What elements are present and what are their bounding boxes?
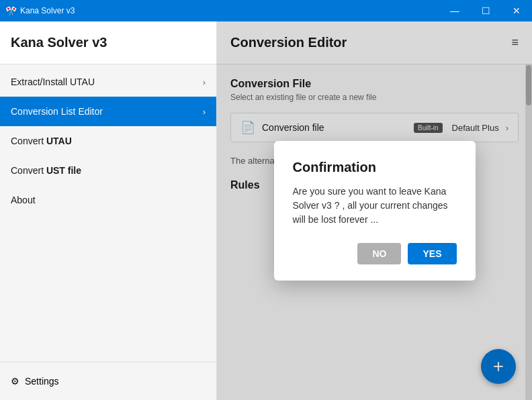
sidebar-header: Kana Solver v3 — [0, 21, 216, 64]
sidebar-item-extract-install[interactable]: Extract/Install UTAU › — [0, 67, 216, 97]
main-content: Conversion Editor ≡ Conversion File Sele… — [217, 21, 532, 400]
close-button[interactable]: ✕ — [501, 0, 532, 21]
app-icon: 🎌 — [5, 5, 16, 16]
yes-button[interactable]: YES — [408, 243, 456, 264]
gear-icon: ⚙ — [11, 376, 19, 387]
modal-body: Are you sure you want to leave Kana Solv… — [293, 185, 457, 227]
chevron-icon-extract: › — [203, 77, 206, 87]
ust-bold: UST file — [46, 165, 81, 176]
sidebar-bottom: ⚙ Settings — [0, 362, 216, 400]
sidebar: Kana Solver v3 Extract/Install UTAU › Co… — [0, 21, 217, 400]
title-bar-left: 🎌 Kana Solver v3 — [5, 5, 75, 16]
nav-label-convert-utau: Convert UTAU — [11, 136, 72, 146]
app-container: Kana Solver v3 Extract/Install UTAU › Co… — [0, 21, 532, 400]
nav-label-extract: Extract/Install UTAU — [11, 77, 95, 87]
settings-item[interactable]: ⚙ Settings — [11, 370, 206, 392]
no-button[interactable]: NO — [357, 243, 401, 264]
utau-bold: UTAU — [46, 136, 72, 146]
title-bar-controls: — ☐ ✕ — [439, 0, 532, 21]
modal-actions: NO YES — [293, 243, 457, 264]
modal-title: Confirmation — [293, 160, 457, 175]
nav-label-about: About — [11, 195, 36, 205]
nav-label-conversion: Conversion List Editor — [11, 106, 103, 117]
minimize-button[interactable]: — — [439, 0, 470, 21]
sidebar-item-convert-utau[interactable]: Convert UTAU — [0, 126, 216, 156]
nav-label-convert-ust: Convert UST file — [11, 165, 81, 176]
sidebar-nav: Extract/Install UTAU › Conversion List E… — [0, 64, 216, 362]
sidebar-item-convert-ust[interactable]: Convert UST file — [0, 156, 216, 185]
modal-overlay: Confirmation Are you sure you want to le… — [217, 21, 532, 400]
sidebar-item-conversion-list[interactable]: Conversion List Editor › — [0, 97, 216, 126]
sidebar-title: Kana Solver v3 — [11, 35, 107, 50]
confirmation-modal: Confirmation Are you sure you want to le… — [274, 141, 476, 281]
chevron-icon-conversion: › — [203, 107, 206, 117]
title-bar: 🎌 Kana Solver v3 — ☐ ✕ — [0, 0, 532, 21]
sidebar-item-about[interactable]: About — [0, 185, 216, 215]
maximize-button[interactable]: ☐ — [470, 0, 501, 21]
title-bar-title: Kana Solver v3 — [20, 6, 75, 15]
settings-label: Settings — [25, 376, 59, 387]
